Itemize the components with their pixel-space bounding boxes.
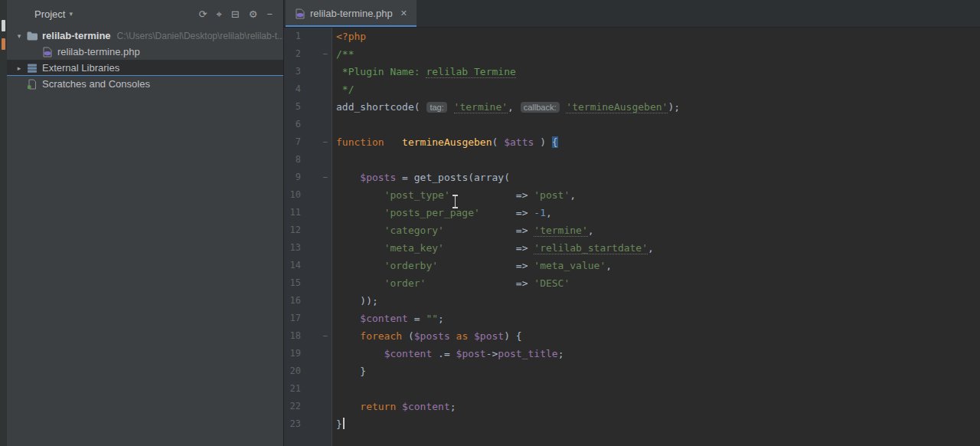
code-token	[426, 277, 515, 289]
project-header-icons: ⟳⌖⊟⚙−	[199, 9, 279, 19]
fold-marker-icon[interactable]: −	[322, 45, 328, 63]
code-line[interactable]: 3 *Plugin Name: relilab Termine	[284, 63, 980, 80]
code-token: =>	[516, 260, 534, 271]
code-token: =>	[516, 242, 534, 254]
code-token	[384, 136, 402, 148]
line-number[interactable]: 20	[284, 362, 332, 380]
line-number[interactable]: 19	[284, 345, 332, 362]
tree-item-scratches-and-consoles[interactable]: Scratches and Consoles	[7, 76, 283, 92]
close-icon[interactable]: ✕	[400, 8, 407, 18]
tree-item-relilab-termine-php[interactable]: relilab-termine.php	[7, 44, 283, 60]
hide-panel-icon[interactable]: −	[266, 9, 273, 19]
code-line[interactable]: 2−/**	[284, 45, 980, 63]
line-number[interactable]: 17	[284, 310, 332, 327]
line-number[interactable]: 10	[284, 186, 332, 204]
code-text: 'orderby' => 'meta_value',	[332, 257, 612, 274]
code-token	[444, 225, 516, 236]
code-line[interactable]: 12 'category' => 'termine',	[284, 221, 980, 239]
project-stripe-button[interactable]	[2, 20, 5, 31]
line-number[interactable]: 4	[284, 80, 332, 98]
line-number[interactable]: 14	[284, 257, 332, 274]
line-number[interactable]: 3	[284, 63, 332, 80]
code-token	[480, 207, 516, 218]
line-number[interactable]: 8	[284, 151, 332, 169]
code-line[interactable]: 8	[284, 151, 980, 169]
fold-marker-icon[interactable]: −	[322, 327, 328, 345]
code-token: get_posts(array(	[414, 172, 510, 183]
line-number[interactable]: 11	[284, 204, 332, 221]
code-token	[450, 189, 516, 201]
code-text: 'category' => 'termine',	[332, 221, 594, 239]
line-number[interactable]: 2−	[284, 45, 332, 63]
code-line[interactable]: 15 'order' => 'DESC'	[284, 274, 980, 292]
chevron-down-icon[interactable]: ▾	[13, 32, 25, 40]
sync-icon[interactable]: ⟳	[199, 9, 207, 19]
line-number[interactable]: 15	[284, 274, 332, 292]
bookmarks-stripe-button[interactable]	[2, 38, 5, 50]
code-token: 'termine'	[534, 225, 587, 237]
fold-marker-icon[interactable]: −	[322, 133, 328, 151]
code-token: }	[336, 418, 342, 430]
code-token: =>	[516, 189, 534, 201]
code-line[interactable]: 10 'post_type' => 'post',	[284, 186, 980, 204]
code-line[interactable]: 18− foreach ($posts as $post) {	[284, 327, 980, 345]
code-line[interactable]: 20 }	[284, 362, 980, 380]
line-number[interactable]: 7−	[284, 133, 332, 151]
code-line[interactable]: 16 ));	[284, 292, 980, 310]
code-line[interactable]: 1<?php	[284, 28, 980, 45]
tree-item-external-libraries[interactable]: ▸External Libraries	[7, 60, 283, 76]
tab-label: relilab-termine.php	[310, 8, 393, 19]
chevron-down-icon[interactable]: ▾	[69, 10, 73, 18]
code-line[interactable]: 7−function termineAusgeben( $atts ) {	[284, 133, 980, 151]
code-token	[336, 242, 384, 254]
code-line[interactable]: 13 'meta_key' => 'relilab_startdate',	[284, 239, 980, 257]
code-token: $post	[474, 330, 504, 342]
code-token: */	[336, 84, 354, 95]
line-number[interactable]: 6	[284, 116, 332, 133]
code-text: return $content;	[332, 398, 456, 415]
code-token: *Plugin Name:	[336, 66, 426, 77]
line-number[interactable]: 5	[284, 98, 332, 116]
code-line[interactable]: 11 'posts_per_page' => -1,	[284, 204, 980, 221]
code-token: =>	[516, 225, 534, 236]
code-token	[336, 189, 384, 201]
code-line[interactable]: 14 'orderby' => 'meta_value',	[284, 257, 980, 274]
code-token	[336, 225, 384, 236]
code-token	[448, 101, 454, 113]
line-number[interactable]: 1	[284, 28, 332, 45]
code-line[interactable]: 5add_shortcode( tag: 'termine', callback…	[284, 98, 980, 116]
line-number[interactable]: 12	[284, 221, 332, 239]
tab-relilab-termine-php[interactable]: relilab-termine.php ✕	[286, 0, 416, 27]
tree-item-project-root[interactable]: ▾relilab-termineC:\Users\Daniel\Desktop\…	[7, 28, 283, 44]
fold-marker-icon[interactable]: −	[322, 169, 328, 186]
chevron-right-icon[interactable]: ▸	[13, 64, 25, 72]
line-number[interactable]: 21	[284, 380, 332, 398]
code-line[interactable]: 23}	[284, 415, 980, 433]
code-editor[interactable]: 1<?php2−/**3 *Plugin Name: relilab Termi…	[284, 28, 980, 446]
tree-item-label: External Libraries	[42, 62, 119, 74]
code-line[interactable]: 17 $content = "";	[284, 310, 980, 327]
code-line[interactable]: 22 return $content;	[284, 398, 980, 415]
code-token: function	[336, 136, 384, 148]
code-token: =>	[516, 207, 534, 218]
code-text: 'posts_per_page' => -1,	[332, 204, 552, 221]
line-number[interactable]: 23	[284, 415, 332, 433]
line-number[interactable]: 18−	[284, 327, 332, 345]
code-line[interactable]: 19 $content .= $post->post_title;	[284, 345, 980, 362]
line-number[interactable]: 16	[284, 292, 332, 310]
code-text	[332, 151, 336, 169]
code-token: relilab Termine	[426, 66, 515, 78]
code-token: 'post_type'	[384, 189, 450, 201]
line-number[interactable]: 13	[284, 239, 332, 257]
settings-gear-icon[interactable]: ⚙	[249, 9, 258, 19]
code-line[interactable]: 6	[284, 116, 980, 133]
code-line[interactable]: 4 */	[284, 80, 980, 98]
code-line[interactable]: 21	[284, 380, 980, 398]
code-line[interactable]: 9− $posts = get_posts(array(	[284, 169, 980, 186]
collapse-all-icon[interactable]: ⊟	[231, 9, 240, 19]
locate-file-icon[interactable]: ⌖	[217, 9, 222, 19]
line-number[interactable]: 22	[284, 398, 332, 415]
project-panel-title[interactable]: Project	[34, 8, 65, 20]
line-number[interactable]: 9−	[284, 169, 332, 186]
code-token: ));	[336, 295, 378, 307]
